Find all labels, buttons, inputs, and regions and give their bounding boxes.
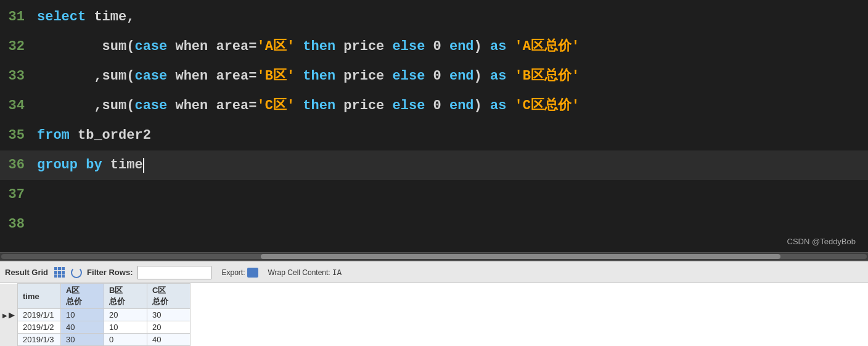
export-icon — [247, 268, 258, 278]
code-line-34: 34 ,sum(case when area='C区' then price e… — [0, 91, 868, 121]
result-toolbar: Result Grid Filter Rows: Export: Wrap Ce… — [0, 262, 868, 283]
horizontal-scrollbar[interactable] — [0, 252, 868, 261]
result-table-wrapper[interactable]: time A区总价 B区总价 C区总价 ▶2019/1/11020302019/… — [0, 283, 868, 346]
token: as — [490, 98, 506, 113]
result-table: time A区总价 B区总价 C区总价 ▶2019/1/11020302019/… — [0, 283, 190, 346]
token: 'B区总价' — [515, 68, 580, 84]
token: else — [393, 68, 425, 84]
token: when — [167, 98, 216, 113]
filter-input[interactable] — [137, 266, 211, 279]
line-number: 35 — [0, 121, 37, 150]
col-header-time[interactable]: time — [18, 284, 61, 309]
table-cell: 0 — [104, 334, 147, 346]
col-header-b[interactable]: B区总价 — [104, 284, 147, 309]
token: as — [490, 39, 506, 54]
code-area[interactable]: 31select time,32 sum(case when area='A区'… — [0, 0, 868, 242]
token: 0 — [425, 68, 449, 84]
token — [295, 68, 303, 84]
token: select — [37, 9, 86, 25]
token: then — [303, 68, 335, 84]
token: 'C区' — [256, 98, 295, 113]
code-line-38: 38 — [0, 210, 868, 239]
line-number: 38 — [0, 210, 37, 239]
token: as — [490, 68, 506, 84]
token — [78, 157, 86, 173]
token: case — [134, 98, 167, 113]
token: group — [37, 157, 78, 173]
token: sum( — [37, 39, 134, 54]
line-number: 34 — [0, 91, 37, 121]
row-indicator — [0, 334, 18, 346]
token: 'C区总价' — [515, 98, 580, 113]
token: price — [335, 39, 392, 54]
table-cell: 10 — [104, 321, 147, 334]
token: ,sum( — [37, 98, 134, 113]
table-cell: 20 — [104, 309, 147, 321]
token: 'A区' — [256, 39, 295, 54]
line-number: 32 — [0, 32, 37, 62]
col-header-c[interactable]: C区总价 — [147, 284, 190, 309]
table-cell: 10 — [61, 309, 104, 321]
token: end — [449, 98, 474, 113]
token — [506, 98, 514, 113]
col-header-a[interactable]: A区总价 — [61, 284, 104, 309]
line-number: 31 — [0, 2, 37, 32]
result-grid-label: Result Grid — [5, 268, 48, 277]
row-indicator: ▶ — [0, 309, 18, 321]
scrollbar-thumb[interactable] — [261, 254, 780, 259]
token: then — [303, 98, 335, 113]
token — [295, 98, 303, 113]
line-content: sum(case when area='A区' then price else … — [37, 32, 579, 62]
token: 'B区' — [256, 68, 295, 84]
token: case — [134, 68, 167, 84]
token: 'A区总价' — [515, 39, 580, 54]
line-number: 36 — [0, 150, 37, 180]
filter-label: Filter Rows: — [87, 268, 133, 277]
table-cell: 2019/1/2 — [18, 321, 61, 334]
token: end — [449, 39, 474, 54]
token: tb_order2 — [70, 128, 151, 143]
table-row[interactable]: 2019/1/2401020 — [0, 321, 190, 334]
wrap-icon: IA — [332, 268, 342, 277]
token: 0 — [425, 39, 449, 54]
row-indicator — [0, 321, 18, 334]
code-line-31: 31select time, — [0, 2, 868, 32]
token: time — [102, 157, 143, 173]
scrollbar-track[interactable] — [1, 254, 867, 259]
refresh-icon[interactable] — [71, 267, 82, 278]
token: when — [167, 39, 216, 54]
token: ) — [474, 68, 490, 84]
token: by — [86, 157, 102, 173]
table-cell: 40 — [147, 334, 190, 346]
token: price — [335, 68, 392, 84]
wrap-cell-button[interactable]: Wrap Cell Content: IA — [268, 268, 342, 277]
token: else — [393, 98, 425, 113]
token: ,sum( — [37, 68, 134, 84]
row-indicator-header — [0, 284, 18, 309]
token: area= — [216, 68, 256, 84]
line-number: 33 — [0, 62, 37, 91]
table-cell: 30 — [61, 334, 104, 346]
token: area= — [216, 98, 256, 113]
code-lines: 31select time,32 sum(case when area='A区'… — [0, 0, 868, 242]
table-cell: 2019/1/1 — [18, 309, 61, 321]
line-number: 37 — [0, 180, 37, 210]
code-line-33: 33 ,sum(case when area='B区' then price e… — [0, 62, 868, 91]
token: ) — [474, 39, 490, 54]
table-row[interactable]: 2019/1/330040 — [0, 334, 190, 346]
token: end — [449, 68, 474, 84]
line-content: select time, — [37, 2, 134, 32]
token: ) — [474, 98, 490, 113]
table-cell: 2019/1/3 — [18, 334, 61, 346]
line-content: ,sum(case when area='B区' then price else… — [37, 62, 579, 91]
table-cell: 20 — [147, 321, 190, 334]
token: area= — [216, 39, 256, 54]
code-editor: 31select time,32 sum(case when area='A区'… — [0, 0, 868, 252]
code-line-35: 35from tb_order2 — [0, 121, 868, 150]
token — [295, 39, 303, 54]
export-button[interactable]: Export: — [221, 268, 258, 278]
result-panel: Result Grid Filter Rows: Export: Wrap Ce… — [0, 261, 868, 346]
token — [506, 68, 514, 84]
line-content: ,sum(case when area='C区' then price else… — [37, 91, 579, 121]
table-row[interactable]: ▶2019/1/1102030 — [0, 309, 190, 321]
